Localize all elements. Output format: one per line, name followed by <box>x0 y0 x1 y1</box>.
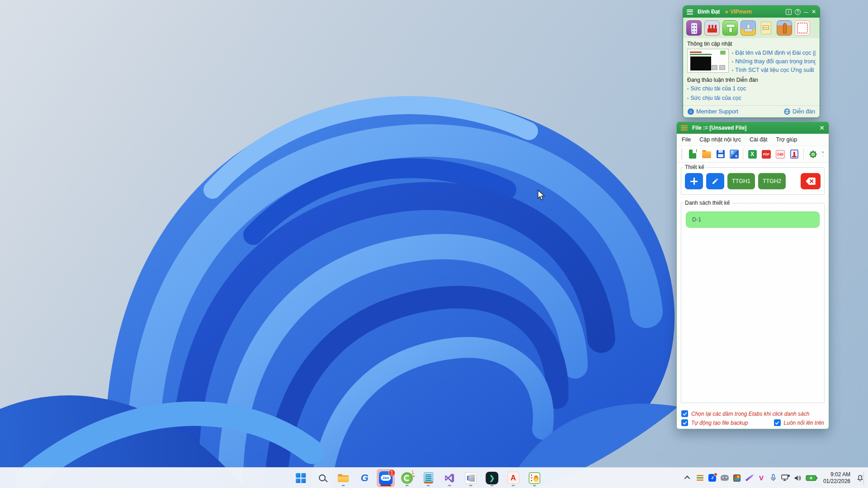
settings-gear-icon[interactable] <box>808 149 818 159</box>
update-link[interactable]: •Những thay đổi quan trọng trong T <box>732 58 816 65</box>
main-window: File := [Unsaved File] ✕ File Cập nhật n… <box>676 122 829 429</box>
pen-tray-icon[interactable] <box>744 471 755 485</box>
network-display-icon[interactable] <box>780 471 791 485</box>
etabs-icon: E <box>465 472 476 484</box>
save-icon[interactable] <box>716 149 726 159</box>
v-app-tray-icon[interactable]: V <box>756 471 767 485</box>
etabs-button[interactable]: E <box>462 469 480 487</box>
update-link[interactable]: •Đặt tên và DIM định vị Đài cọc || Qu <box>732 50 816 56</box>
excel-export-icon[interactable]: X <box>747 149 757 159</box>
report-doc-icon[interactable] <box>759 20 774 36</box>
notepad-icon <box>424 472 433 483</box>
filmora-button[interactable]: ❯ <box>483 469 501 487</box>
forum-footer-link[interactable]: Diễn đàn <box>784 108 815 115</box>
open-folder-icon[interactable] <box>702 149 712 159</box>
design-list-group: Danh sách thiết kế D-1 <box>681 200 825 403</box>
forum-heading: Đang thảo luận trên Diễn đàn <box>687 77 816 83</box>
main-titlebar[interactable]: File := [Unsaved File] ✕ <box>677 122 829 134</box>
steel-design-button[interactable] <box>525 469 543 487</box>
taskbar: G Zalo 1 E ❯ A <box>0 467 868 488</box>
column-section-icon[interactable] <box>789 149 799 159</box>
gstarcad-button[interactable]: G <box>355 469 373 487</box>
zalo-tray-icon[interactable]: Z <box>707 471 718 485</box>
visual-studio-button[interactable] <box>440 469 458 487</box>
add-design-button[interactable] <box>685 173 703 189</box>
menu-tro-giup[interactable]: Trợ giúp <box>776 136 797 143</box>
search-button[interactable] <box>313 469 331 487</box>
visual-studio-icon <box>444 473 455 483</box>
checkbox-reselect-beams[interactable] <box>681 410 688 417</box>
cad-export-icon[interactable]: CAD <box>775 149 785 159</box>
main-toolbar: Es X PDF CAD ▾⎯ <box>677 146 829 163</box>
design-group-label: Thiết kế <box>683 164 706 170</box>
clock[interactable]: 9:02 AM 01/22/2026 <box>820 471 853 485</box>
pencil-icon <box>712 178 719 185</box>
file-explorer-button[interactable] <box>334 469 352 487</box>
slab-section-icon[interactable] <box>795 20 810 36</box>
checkbox-label[interactable]: Luôn nổi lên trên <box>784 420 824 426</box>
new-file-icon[interactable] <box>688 149 698 159</box>
menu-cap-nhat-noi-luc[interactable]: Cập nhật nội lực <box>699 136 741 143</box>
battery-charging-icon[interactable] <box>805 471 818 485</box>
overflow-arrow-icon[interactable]: ▾⎯ <box>822 150 824 158</box>
design-group: Thiết kế TTGH1 TTGH2 <box>681 164 825 195</box>
toolbar-separator <box>743 149 743 160</box>
photos-tray-icon[interactable] <box>731 471 742 485</box>
menu-cai-dat[interactable]: Cài đặt <box>750 136 768 143</box>
mouse-cursor <box>537 190 547 202</box>
toolbar-separator <box>803 149 804 160</box>
ttgh1-button[interactable]: TTGH1 <box>727 173 755 189</box>
widget-titlebar[interactable]: Đinh Đạt ★ VIPmem i ? — ✕ <box>683 6 820 18</box>
checkbox-auto-backup[interactable] <box>681 419 688 426</box>
forum-link[interactable]: •Sức chịu tải của 1 cọc <box>687 85 816 92</box>
hamburger-menu-icon[interactable] <box>687 9 693 14</box>
etabs-es-icon[interactable]: Es <box>730 150 739 159</box>
member-support-link[interactable]: ☺ Member Support <box>688 108 738 115</box>
microphone-icon[interactable] <box>768 471 779 485</box>
support-icon: ☺ <box>688 108 694 115</box>
notepad-button[interactable] <box>419 469 437 487</box>
pdf-export-icon[interactable]: PDF <box>761 149 771 159</box>
info-icon[interactable]: i <box>786 9 792 15</box>
zalo-button[interactable]: Zalo 1 <box>377 469 395 487</box>
pile-soil-icon[interactable] <box>777 20 792 36</box>
show-desktop-strip[interactable] <box>863 471 865 485</box>
autocad-button[interactable]: A <box>504 469 522 487</box>
forum-link[interactable]: •Sức chịu tải của cọc <box>687 95 816 101</box>
close-icon[interactable]: ✕ <box>819 124 825 131</box>
checkbox-always-on-top[interactable] <box>774 419 781 426</box>
edit-design-button[interactable] <box>706 173 724 189</box>
design-list-item[interactable]: D-1 <box>686 211 820 228</box>
minimize-icon[interactable]: — <box>804 9 808 14</box>
search-icon <box>319 474 326 481</box>
folder-icon <box>338 474 349 482</box>
update-link[interactable]: •Tính SCT vật liệu cọc Ứng suất trướ <box>732 67 816 73</box>
delete-design-button[interactable] <box>801 173 821 189</box>
footing-red-icon[interactable] <box>704 20 720 36</box>
widget-body: Thông tin cập nhật •Đặt tên và DIM định … <box>683 38 820 101</box>
menu-file[interactable]: File <box>682 136 691 143</box>
app-stripes-tray-icon[interactable] <box>695 471 706 485</box>
menubar: File Cập nhật nội lực Cài đặt Trợ giúp <box>677 134 829 146</box>
speaker-icon[interactable] <box>793 471 803 485</box>
pile-cap-icon[interactable] <box>686 20 702 36</box>
ttgh2-button[interactable]: TTGH2 <box>758 173 786 189</box>
update-heading: Thông tin cập nhật <box>687 41 816 47</box>
foundation-icon[interactable] <box>741 20 756 36</box>
autocad-icon: A <box>507 472 519 484</box>
start-button[interactable] <box>292 469 310 487</box>
windows-logo-icon <box>296 473 306 483</box>
toolbar-grip <box>681 149 683 159</box>
tee-beam-icon[interactable] <box>722 20 738 36</box>
options-checkboxes: Chọn lại các dầm trong Etabs khi click d… <box>681 408 824 426</box>
help-icon[interactable]: ? <box>795 9 801 15</box>
coccoc-icon <box>401 472 413 484</box>
update-thumbnail[interactable] <box>687 49 729 73</box>
coccoc-button[interactable] <box>398 469 416 487</box>
discord-tray-icon[interactable] <box>719 471 730 485</box>
plus-icon <box>690 178 698 185</box>
hidden-icons-chevron[interactable] <box>683 471 693 485</box>
checkbox-label[interactable]: Chọn lại các dầm trong Etabs khi click d… <box>691 411 809 417</box>
close-icon[interactable]: ✕ <box>811 9 816 15</box>
checkbox-label[interactable]: Tự động tạo file backup <box>691 420 748 426</box>
